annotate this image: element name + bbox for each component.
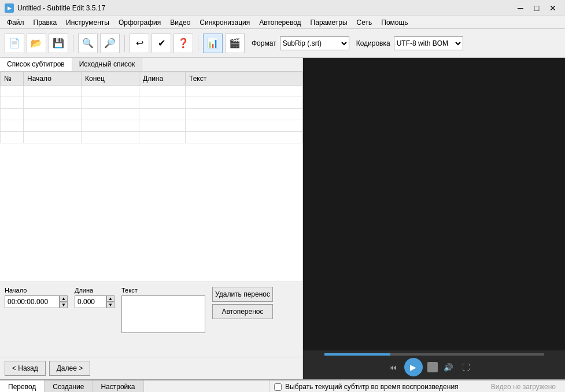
titlebar-title: Untitled - Subtitle Edit 3.5.17 [17, 4, 105, 12]
control-buttons: ⏮ ▶ 🔊 ⛶ [387, 358, 482, 376]
undo-button[interactable]: ↩ [130, 34, 149, 53]
titlebar: ▶ Untitled - Subtitle Edit 3.5.17 ─ □ ✕ [0, 0, 565, 16]
menu-tools[interactable]: Инструменты [61, 17, 114, 28]
auto-wrap-button[interactable]: Автоперенос [212, 304, 273, 319]
remove-line-break-button[interactable]: Удалить перенос [212, 287, 273, 302]
find-button[interactable]: 🔍 [78, 34, 98, 53]
text-input[interactable] [121, 295, 205, 333]
left-panel: Список субтитров Исходный список № Начал… [0, 58, 303, 379]
separator-3 [198, 35, 198, 52]
table-row [1, 97, 302, 109]
col-duration: Длина [139, 72, 186, 86]
tab-translate[interactable]: Перевод [0, 380, 45, 392]
help-button[interactable]: ❓ [173, 34, 193, 53]
edit-area: Начало ▲ ▼ Длина ▲ [0, 282, 302, 357]
video-sync-checkbox[interactable] [274, 383, 282, 391]
new-button[interactable]: 📄 [5, 34, 24, 53]
trans-tabs: Перевод Создание Настройка [0, 380, 269, 392]
menu-spell[interactable]: Орфография [114, 17, 165, 28]
duration-field: Длина ▲ ▼ [75, 287, 115, 308]
edit-row: Начало ▲ ▼ Длина ▲ [5, 287, 298, 333]
open-button[interactable]: 📂 [27, 34, 46, 53]
tab-settings[interactable]: Настройка [93, 380, 143, 392]
subtitle-list: № Начало Конец Длина Текст [0, 72, 302, 282]
col-text: Текст [186, 72, 302, 86]
video-sync-label[interactable]: Выбрать текущий субтитр во время воспрои… [285, 383, 459, 391]
progress-bar[interactable] [324, 353, 544, 356]
mute-btn[interactable]: 🔊 [442, 361, 455, 373]
duration-up-btn[interactable]: ▲ [106, 295, 115, 302]
col-end: Конец [82, 72, 139, 86]
menu-network[interactable]: Сеть [352, 17, 377, 28]
bottom-section: Перевод Создание Настройка Повтор субтит… [0, 379, 565, 392]
check-button[interactable]: ✔ [152, 34, 171, 53]
video-btn[interactable]: 🎬 [225, 34, 245, 53]
menu-file[interactable]: Файл [2, 17, 29, 28]
video-controls: ⏮ ▶ 🔊 ⛶ [303, 350, 565, 379]
titlebar-controls: ─ □ ✕ [513, 2, 560, 14]
progress-fill [324, 353, 390, 356]
separator-1 [73, 35, 73, 52]
start-down-btn[interactable]: ▼ [60, 302, 68, 308]
start-field: Начало ▲ ▼ [5, 287, 68, 308]
start-spinner: ▲ ▼ [60, 295, 68, 308]
prev-frame-btn[interactable]: ⏮ [387, 361, 400, 373]
fullscreen-btn[interactable]: ⛶ [460, 361, 472, 373]
duration-spinner: ▲ ▼ [106, 295, 115, 308]
menu-sync[interactable]: Синхронизация [195, 17, 254, 28]
format-group: Формат SubRip (.srt) [252, 36, 349, 50]
nav-buttons: < Назад Далее > [0, 357, 302, 379]
tabs-top: Список субтитров Исходный список [0, 58, 302, 72]
table-row [1, 132, 302, 143]
duration-down-btn[interactable]: ▼ [106, 302, 115, 308]
text-label: Текст [121, 287, 205, 294]
tab-subtitle-list[interactable]: Список субтитров [0, 58, 72, 71]
video-checkbox-row: Выбрать текущий субтитр во время воспрои… [269, 380, 565, 392]
menu-video[interactable]: Видео [165, 17, 195, 28]
minimize-button[interactable]: ─ [513, 2, 528, 14]
subtitle-table: № Начало Конец Длина Текст [0, 72, 302, 143]
start-up-btn[interactable]: ▲ [60, 295, 68, 302]
right-panel: ⏮ ▶ 🔊 ⛶ [303, 58, 565, 379]
col-start: Начало [24, 72, 82, 86]
col-num: № [1, 72, 24, 86]
format-select[interactable]: SubRip (.srt) [280, 36, 349, 50]
menu-help[interactable]: Помощь [376, 17, 412, 28]
time-input-wrap: ▲ ▼ [5, 295, 68, 308]
start-label: Начало [5, 287, 68, 294]
menu-params[interactable]: Параметры [306, 17, 352, 28]
replace-button[interactable]: 🔎 [100, 34, 120, 53]
table-row [1, 109, 302, 120]
play-pause-button[interactable]: ▶ [404, 358, 423, 376]
app-icon: ▶ [5, 3, 14, 13]
duration-input[interactable] [75, 295, 106, 308]
next-button[interactable]: Далее > [49, 361, 91, 376]
menubar: Файл Правка Инструменты Орфография Видео… [0, 16, 565, 29]
close-button[interactable]: ✕ [545, 2, 560, 14]
toolbar: 📄 📂 💾 🔍 🔎 ↩ ✔ ❓ 📊 🎬 Формат SubRip (.srt)… [0, 29, 565, 58]
table-row [1, 86, 302, 97]
format-label: Формат [252, 39, 276, 47]
prev-button[interactable]: < Назад [5, 361, 46, 376]
encoding-group: Кодировка UTF-8 with BOM [356, 36, 463, 50]
video-status: Видео не загружено [491, 383, 560, 391]
tab-create[interactable]: Создание [45, 380, 93, 392]
translation-panel: Перевод Создание Настройка Повтор субтит… [0, 380, 269, 392]
waveform-button[interactable]: 📊 [203, 34, 223, 53]
save-button[interactable]: 💾 [49, 34, 68, 53]
video-right-panel: Выбрать текущий субтитр во время воспрои… [269, 380, 565, 392]
titlebar-left: ▶ Untitled - Subtitle Edit 3.5.17 [5, 3, 105, 13]
encoding-label: Кодировка [356, 39, 390, 47]
maximize-button[interactable]: □ [529, 2, 544, 14]
tab-source-list[interactable]: Исходный список [72, 58, 142, 71]
start-input[interactable] [5, 295, 60, 308]
text-field: Текст [121, 287, 205, 333]
stop-btn[interactable] [427, 362, 438, 372]
menu-auto[interactable]: Автоперевод [254, 17, 305, 28]
duration-label: Длина [75, 287, 115, 294]
encoding-select[interactable]: UTF-8 with BOM [394, 36, 463, 50]
duration-input-wrap: ▲ ▼ [75, 295, 115, 308]
separator-2 [124, 35, 125, 52]
table-row [1, 120, 302, 132]
menu-edit[interactable]: Правка [29, 17, 62, 28]
